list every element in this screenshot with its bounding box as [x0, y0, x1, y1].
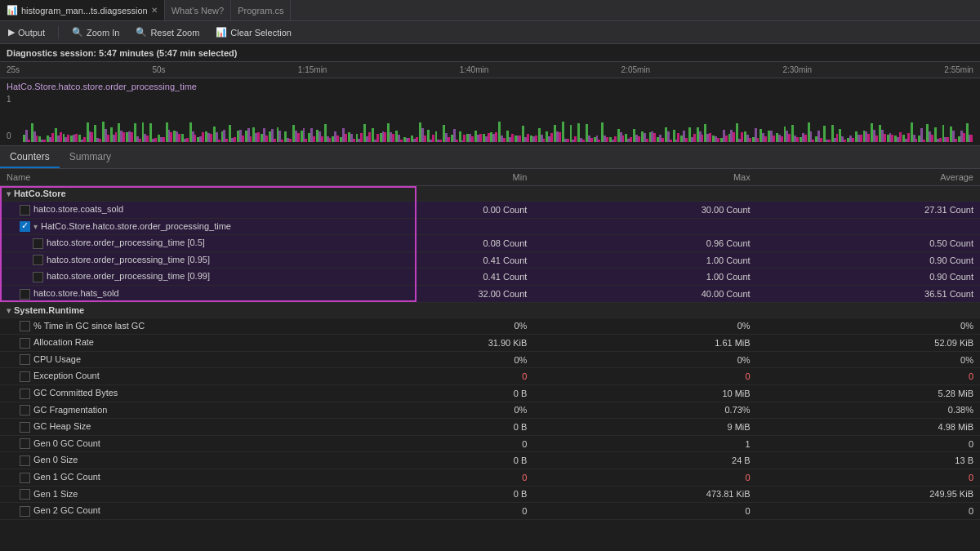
table-row[interactable]: Allocation Rate31.90 KiB1.61 MiB52.09 Ki… [0, 335, 980, 352]
table-row[interactable]: GC Fragmentation0%0.73%0.38% [0, 402, 980, 419]
output-button[interactable]: ▶ Output [5, 25, 48, 39]
chart-bar [345, 134, 347, 142]
table-row[interactable]: Exception Count000 [0, 368, 980, 385]
row-avg: 0 [757, 435, 980, 452]
row-checkbox[interactable] [20, 354, 30, 365]
row-name: % Time in GC since last GC [33, 321, 145, 331]
row-name-cell: Gen 2 GC Count [0, 503, 310, 520]
row-name: Gen 1 Size [33, 489, 78, 499]
table-row[interactable]: hatco.store.hats_sold32.00 Count40.00 Co… [0, 285, 980, 302]
chart-bar [670, 140, 672, 142]
row-checkbox[interactable] [20, 389, 30, 399]
tab-program[interactable]: Program.cs [231, 0, 291, 20]
bar-group [570, 125, 577, 142]
bar-group [332, 131, 339, 142]
table-row[interactable]: Gen 2 GC Count000 [0, 503, 980, 520]
clear-selection-button[interactable]: 📊 Clear Selection [212, 25, 295, 39]
row-checkbox[interactable] [20, 489, 30, 500]
row-max: 1.00 Count [533, 251, 756, 269]
row-checkbox[interactable] [20, 405, 30, 415]
row-name: hatco.store.order_processing_time [0.99] [47, 271, 210, 281]
bar-group [918, 128, 925, 142]
chart-bar [535, 136, 537, 142]
row-name-cell: hatco.store.coats_sold [0, 202, 310, 219]
row-checkbox[interactable] [20, 321, 30, 331]
y-label-1: 1 [7, 95, 23, 104]
bar-group [245, 128, 252, 142]
table-row[interactable]: HatCo.Store.hatco.store.order_processing… [0, 218, 980, 235]
bar-group [261, 128, 268, 142]
chart-area: HatCo.Store.hatco.store.order_processing… [0, 78, 980, 146]
group-name: System.Runtime [14, 305, 84, 315]
zoom-in-button[interactable]: 🔍 Zoom In [69, 25, 122, 39]
table-row[interactable]: hatco.store.order_processing_time [0.5]0… [0, 235, 980, 252]
bar-group [594, 136, 601, 143]
table-row[interactable]: hatco.store.order_processing_time [0.95]… [0, 251, 980, 269]
tab-diag[interactable]: 📊 histogram_man...ts.diagsession ✕ [0, 0, 165, 20]
chart-bar [503, 138, 506, 142]
bar-group [815, 131, 822, 142]
chart-bar [733, 132, 735, 142]
row-max: 0 [533, 469, 756, 486]
chart-bar [717, 138, 719, 142]
ruler-mark-2: 1:15min [298, 65, 327, 74]
table-row[interactable]: GC Committed Bytes0 B10 MiB5.28 MiB [0, 384, 980, 402]
tab-whatsnew[interactable]: What's New? [165, 0, 231, 20]
row-max: 0.96 Count [533, 235, 756, 252]
table-row[interactable]: System.Runtime [0, 302, 980, 318]
bar-group [435, 131, 443, 142]
table-row[interactable]: CPU Usage0%0%0% [0, 351, 980, 368]
row-min: 0 [310, 469, 533, 486]
table-row[interactable]: Gen 0 GC Count010 [0, 435, 980, 452]
chart-bar [749, 138, 751, 142]
chart-bar [479, 134, 482, 142]
row-checkbox[interactable] [33, 238, 43, 249]
row-max: 24 B [533, 452, 756, 469]
bar-group [166, 122, 173, 142]
row-checkbox[interactable] [20, 338, 30, 349]
tab-counters[interactable]: Counters [0, 146, 60, 168]
table-scroll[interactable]: Name Min Max Average HatCo.Storehatco.st… [0, 169, 980, 534]
row-checkbox[interactable] [20, 422, 30, 433]
bar-group [530, 136, 537, 142]
reset-zoom-label: Reset Zoom [150, 28, 199, 38]
table-row[interactable]: hatco.store.coats_sold0.00 Count30.00 Co… [0, 202, 980, 219]
row-checkbox[interactable] [20, 506, 30, 517]
tab-diag-close[interactable]: ✕ [151, 6, 158, 15]
chart-bar [353, 139, 355, 142]
row-checkbox[interactable] [20, 438, 30, 449]
chart-bar [899, 132, 902, 142]
chart-bar [360, 133, 363, 142]
table-row[interactable]: hatco.store.order_processing_time [0.99]… [0, 269, 980, 286]
row-name-cell: Gen 1 GC Count [0, 469, 310, 486]
row-checkbox[interactable] [33, 272, 43, 282]
table-row[interactable]: GC Heap Size0 B9 MiB4.98 MiB [0, 419, 980, 436]
table-row[interactable]: Gen 1 GC Count000 [0, 469, 980, 486]
table-row[interactable]: Gen 1 Size0 B473.81 KiB249.95 KiB [0, 486, 980, 503]
chart-bar [495, 132, 497, 142]
chart-bar [796, 137, 799, 142]
chart-bar [257, 132, 260, 142]
row-checkbox[interactable] [20, 371, 30, 382]
table-row[interactable]: % Time in GC since last GC0%0%0% [0, 318, 980, 335]
table-row[interactable]: HatCo.Store [0, 186, 980, 202]
row-checkbox[interactable] [20, 221, 30, 232]
chart-bar [28, 140, 30, 142]
row-min: 0 B [310, 419, 533, 436]
bar-group [419, 122, 426, 142]
row-checkbox[interactable] [20, 289, 30, 300]
chart-bar [970, 135, 973, 142]
chart-bar [202, 132, 204, 142]
row-min: 0% [310, 351, 533, 368]
row-checkbox[interactable] [20, 473, 30, 483]
row-checkbox[interactable] [20, 205, 30, 216]
reset-zoom-button[interactable]: 🔍 Reset Zoom [132, 25, 203, 39]
bar-group [633, 129, 640, 142]
row-checkbox[interactable] [33, 255, 43, 265]
table-row[interactable]: Gen 0 Size0 B24 B13 B [0, 452, 980, 469]
row-checkbox[interactable] [20, 455, 30, 466]
chart-bar [242, 136, 244, 142]
chart-bar [336, 136, 339, 142]
tab-summary[interactable]: Summary [60, 146, 121, 168]
view-tabs: Counters Summary [0, 146, 980, 169]
